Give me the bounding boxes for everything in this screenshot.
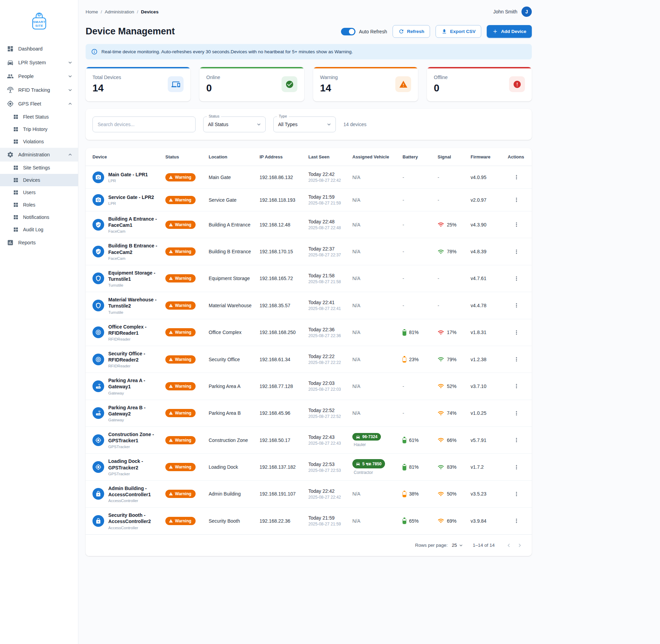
row-actions-button[interactable]: [511, 435, 522, 446]
type-select-value: All Types: [278, 122, 298, 127]
sidebar-item-notifications[interactable]: Notifications: [0, 211, 78, 223]
user-name: John Smith: [493, 9, 517, 14]
battery-icon: [403, 437, 406, 443]
device-type: FaceCam: [108, 229, 160, 233]
device-type: GPSTracker: [108, 472, 160, 476]
search-input[interactable]: [92, 116, 196, 132]
device-type: RFIDReader: [108, 364, 160, 368]
device-name: Service Gate - LPR2: [108, 194, 154, 200]
sidebar-item-fleet-status[interactable]: Fleet Status: [0, 111, 78, 123]
type-select[interactable]: Type All Types: [273, 116, 336, 132]
info-banner: Real-time device monitoring. Auto-refres…: [86, 44, 532, 59]
row-actions-button[interactable]: [511, 172, 522, 183]
row-actions-button[interactable]: [511, 219, 522, 230]
status-label: Warning: [175, 411, 191, 415]
location-cell: Security Booth: [209, 518, 260, 524]
row-actions-button[interactable]: [511, 381, 522, 392]
signal-cell: -: [438, 197, 471, 203]
device-type: LPR: [108, 201, 154, 206]
actions-cell: [508, 172, 525, 183]
signal-cell: 69%: [438, 518, 471, 524]
sidebar-item-label: Fleet Status: [23, 114, 49, 120]
avatar[interactable]: J: [521, 7, 532, 17]
row-actions-button[interactable]: [511, 327, 522, 338]
vehicle-role: Hauler: [354, 442, 403, 447]
device-cell: Parking Area A - Gateway1Gateway: [92, 377, 165, 395]
last-seen-time: Today 21:59: [308, 515, 352, 521]
auto-refresh-toggle[interactable]: Auto Refresh: [341, 28, 387, 35]
battery-percent: 81%: [409, 464, 419, 470]
sidebar-item-gps-fleet[interactable]: GPS Fleet: [0, 97, 78, 111]
pagination: Rows per page: 25 1–14 of 14: [86, 535, 532, 556]
battery-cell: 81%: [403, 464, 438, 470]
app-root: SMART SITE DashboardLPR SystemPeopleRFID…: [0, 0, 660, 644]
battery-cell: -: [403, 410, 438, 416]
vehicle-badge: 5 ชด 7850: [352, 459, 385, 468]
sidebar-item-lpr-system[interactable]: LPR System: [0, 56, 78, 69]
sidebar-item-audit-log[interactable]: Audit Log: [0, 223, 78, 236]
next-page-button[interactable]: [515, 540, 525, 551]
sidebar-item-dashboard[interactable]: Dashboard: [0, 42, 78, 56]
device-cell: Building B Entrance - FaceCam2FaceCam: [92, 243, 165, 260]
vehicle-role: Contractor: [354, 470, 403, 475]
stat-label: Total Devices: [92, 75, 121, 80]
status-select-label: Status: [207, 114, 221, 118]
device-name: Main Gate - LPR1: [108, 171, 148, 178]
status-select[interactable]: Status All Status: [203, 116, 266, 132]
column-header-battery: Battery: [403, 154, 438, 159]
row-actions-button[interactable]: [511, 195, 522, 206]
vehicle-na: N/A: [352, 276, 360, 281]
battery-cell: 38%: [403, 491, 438, 497]
stat-info: Total Devices14: [92, 75, 121, 94]
sidebar-item-administration[interactable]: Administration: [0, 148, 78, 162]
table-row: Security Office - RFIDReader2RFIDReaderW…: [86, 346, 532, 373]
sidebar-item-people[interactable]: People: [0, 69, 78, 83]
row-actions-button[interactable]: [511, 462, 522, 473]
row-actions-button[interactable]: [511, 408, 522, 419]
sidebar-item-site-settings[interactable]: Site Settings: [0, 162, 78, 174]
toggle-switch-icon[interactable]: [341, 28, 355, 35]
breadcrumb-home[interactable]: Home: [86, 9, 98, 14]
error-circle-icon: [509, 76, 525, 92]
sidebar-item-trip-history[interactable]: Trip History: [0, 123, 78, 135]
last-seen-full: 2025-08-27 22:42: [308, 178, 352, 183]
location-cell: Office Complex: [209, 330, 260, 335]
sidebar-item-users[interactable]: Users: [0, 186, 78, 199]
row-actions-button[interactable]: [511, 246, 522, 257]
reports-icon: [7, 239, 14, 246]
sidebar-item-roles[interactable]: Roles: [0, 199, 78, 211]
user-menu[interactable]: John Smith J: [493, 7, 532, 17]
row-actions-button[interactable]: [511, 354, 522, 365]
row-actions-button[interactable]: [511, 300, 522, 311]
row-actions-button[interactable]: [511, 515, 522, 526]
device-cell: Building A Entrance - FaceCam1FaceCam: [92, 216, 165, 233]
chevron-right-icon: [516, 542, 523, 549]
sidebar-item-devices[interactable]: Devices: [0, 174, 78, 186]
stat-accent-bar: [199, 67, 304, 68]
column-header-signal: Signal: [438, 154, 471, 159]
signal-percent: 83%: [447, 464, 456, 470]
stat-card-offline: Offline0: [427, 67, 532, 101]
breadcrumb-administration[interactable]: Administration: [105, 9, 134, 14]
lpr-camera-icon: [92, 171, 104, 183]
export-csv-button[interactable]: Export CSV: [436, 25, 481, 38]
add-device-button[interactable]: Add Device: [487, 25, 532, 38]
device-table: DeviceStatusLocationIP AddressLast SeenA…: [86, 148, 532, 556]
last-seen-full: 2025-08-27 22:48: [308, 225, 352, 230]
table-row: Loading Dock - GPSTracker2GPSTrackerWarn…: [86, 454, 532, 480]
sidebar-item-label: Reports: [18, 240, 36, 245]
export-csv-button-label: Export CSV: [450, 29, 475, 34]
sidebar-item-reports[interactable]: Reports: [0, 236, 78, 249]
sidebar-item-rfid-tracking[interactable]: RFID Tracking: [0, 83, 78, 97]
rows-per-page-select[interactable]: 25: [452, 543, 464, 548]
refresh-button-label: Refresh: [407, 29, 424, 34]
prev-page-button[interactable]: [504, 540, 514, 551]
status-cell: Warning: [165, 409, 209, 417]
sidebar-item-label: Site Settings: [23, 165, 50, 170]
page-nav: [504, 540, 525, 551]
row-actions-button[interactable]: [511, 273, 522, 284]
row-actions-button[interactable]: [511, 488, 522, 499]
last-seen-full: 2025-08-27 22:43: [308, 441, 352, 446]
refresh-button[interactable]: Refresh: [393, 25, 430, 38]
sidebar-item-violations[interactable]: Violations: [0, 135, 78, 148]
